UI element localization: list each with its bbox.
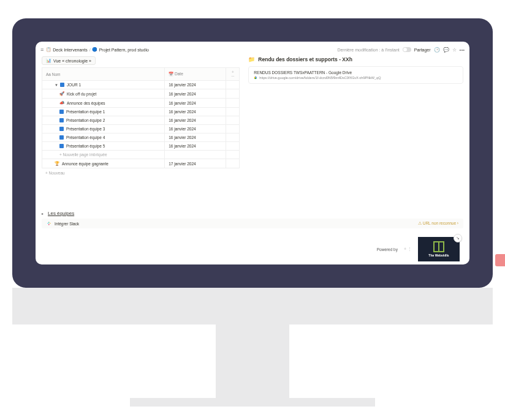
svg-rect-1 bbox=[50, 223, 51, 223]
row-date bbox=[165, 151, 226, 159]
row-date: 16 janvier 2024 bbox=[165, 81, 226, 89]
row-date: 16 janvier 2024 bbox=[165, 142, 226, 151]
page-icon bbox=[59, 135, 64, 140]
webskills-logo[interactable]: The Webskills bbox=[418, 237, 460, 261]
col-header-actions[interactable]: + ··· bbox=[226, 68, 240, 81]
row-emoji-icon: 🏆 bbox=[55, 161, 59, 166]
slack-warning: ⚠ URL non reconnue › bbox=[418, 221, 458, 226]
last-modified-label: Dernière modification : à l'instant bbox=[337, 48, 399, 52]
row-actions bbox=[226, 99, 240, 108]
view-tab-label: Vue « chronologie » bbox=[53, 59, 91, 63]
app-screen: ≡ 📋 Deck Intervenants / 🔵 Projet Pattern… bbox=[36, 42, 469, 264]
breadcrumb-icon-1: 📋 bbox=[46, 47, 51, 52]
table-row[interactable]: Présentation équipe 216 janvier 2024 bbox=[42, 116, 240, 125]
right-panel-title-text: Rendu des dossiers et supports - XXh bbox=[258, 56, 352, 62]
breadcrumb: 📋 Deck Intervenants / 🔵 Projet Pattern, … bbox=[46, 47, 335, 52]
powered-by-label: Powered by bbox=[377, 247, 398, 252]
svg-rect-2 bbox=[48, 222, 49, 223]
webskills-logo-text: The Webskills bbox=[428, 253, 449, 257]
table-row[interactable]: ▼JOUR 116 janvier 2024 bbox=[42, 81, 240, 89]
view-tab[interactable]: 📊 Vue « chronologie » bbox=[42, 56, 96, 65]
row-name-label: Présentation équipe 4 bbox=[66, 135, 105, 140]
svg-rect-0 bbox=[47, 223, 48, 223]
row-date: 16 janvier 2024 bbox=[165, 125, 226, 133]
google-drive-icon bbox=[254, 76, 257, 80]
star-icon[interactable]: ☆ bbox=[452, 47, 457, 53]
row-name-label: Présentation équipe 1 bbox=[66, 110, 105, 114]
row-actions bbox=[226, 89, 240, 99]
left-column: 📊 Vue « chronologie » Aa Nom 📅 Date + ··… bbox=[42, 56, 240, 178]
topbar: ≡ 📋 Deck Intervenants / 🔵 Projet Pattern… bbox=[40, 45, 465, 56]
slack-integration-row[interactable]: Intégrer Slack ⚠ URL non reconnue › bbox=[42, 219, 463, 228]
more-icon[interactable]: ••• bbox=[460, 47, 465, 53]
clock-icon[interactable]: 🕑 bbox=[434, 47, 440, 53]
row-date: 16 janvier 2024 bbox=[165, 133, 226, 142]
monitor-stand bbox=[12, 288, 493, 324]
table-row[interactable]: 📣Annonce des équipes16 janvier 2024 bbox=[42, 99, 240, 108]
row-actions bbox=[226, 159, 240, 168]
page-icon bbox=[59, 127, 64, 131]
comment-icon[interactable]: 💬 bbox=[443, 47, 449, 53]
share-toggle[interactable] bbox=[403, 47, 411, 52]
hamburger-icon[interactable]: ≡ bbox=[40, 47, 44, 53]
col-header-date[interactable]: 📅 Date bbox=[165, 68, 226, 81]
table-row[interactable]: 🚀Kick off du projet16 janvier 2024 bbox=[42, 89, 240, 99]
row-name-label: Présentation équipe 3 bbox=[66, 127, 105, 131]
row-actions bbox=[226, 116, 240, 125]
table-row[interactable]: Présentation équipe 116 janvier 2024 bbox=[42, 108, 240, 116]
chevron-right-icon: ▸ bbox=[42, 211, 44, 216]
folder-icon: 📁 bbox=[248, 56, 255, 62]
row-actions bbox=[226, 125, 240, 133]
row-actions bbox=[226, 81, 240, 89]
teams-section: ▸ Les équipes Intégrer Slack ⚠ URL non r… bbox=[40, 211, 465, 228]
right-column: 📁 Rendu des dossiers et supports - XXh R… bbox=[248, 56, 463, 178]
slack-icon bbox=[47, 221, 51, 226]
row-date: 16 janvier 2024 bbox=[165, 108, 226, 116]
row-name-label: + Nouvelle page imbriquée bbox=[59, 152, 107, 157]
footer-row: Powered by + ⋮ The Webskills bbox=[40, 237, 465, 261]
timeline-table: Aa Nom 📅 Date + ··· ▼JOUR 116 janvier 20… bbox=[42, 67, 240, 168]
row-date: 17 janvier 2024 bbox=[165, 159, 226, 168]
row-emoji-icon: 📣 bbox=[59, 100, 64, 105]
add-row-button[interactable]: + Nouveau bbox=[42, 168, 240, 178]
calendar-icon: 📅 bbox=[169, 72, 173, 76]
breadcrumb-icon-2: 🔵 bbox=[93, 47, 97, 52]
row-name-label: Présentation équipe 5 bbox=[66, 144, 105, 148]
breadcrumb-item-2[interactable]: Projet Pattern, prod studio bbox=[99, 48, 149, 52]
share-button[interactable]: Partager bbox=[414, 48, 431, 52]
page-icon bbox=[60, 83, 64, 87]
drive-link-title: RENDUS DOSSIERS TWSxPAATTERN - Google Dr… bbox=[254, 70, 458, 75]
row-name-label: Présentation équipe 2 bbox=[66, 118, 105, 122]
table-row[interactable]: 🏆Annonce équipe gagnante17 janvier 2024 bbox=[42, 159, 240, 168]
row-date: 16 janvier 2024 bbox=[165, 89, 226, 99]
table-row[interactable]: Présentation équipe 316 janvier 2024 bbox=[42, 125, 240, 133]
page-icon bbox=[59, 144, 64, 148]
drive-link-card[interactable]: RENDUS DOSSIERS TWSxPAATTERN - Google Dr… bbox=[248, 66, 463, 84]
row-actions bbox=[226, 142, 240, 151]
footer-plus-icon[interactable]: + ⋮ bbox=[404, 247, 412, 252]
col-header-name[interactable]: Aa Nom bbox=[42, 68, 165, 81]
breadcrumb-item-1[interactable]: Deck Intervenants bbox=[53, 48, 87, 52]
breadcrumb-separator: / bbox=[89, 48, 91, 52]
chevron-down-icon[interactable]: ▼ bbox=[55, 83, 58, 87]
monitor-frame: ≡ 📋 Deck Intervenants / 🔵 Projet Pattern… bbox=[12, 18, 493, 288]
svg-rect-3 bbox=[48, 224, 49, 225]
row-name-label: Kick off du projet bbox=[67, 92, 96, 96]
teams-heading-label: Les équipes bbox=[48, 211, 74, 216]
view-tab-icon: 📊 bbox=[46, 58, 51, 63]
row-name-label: Annonce des équipes bbox=[67, 101, 105, 105]
floating-action-button[interactable]: ↘ bbox=[454, 234, 462, 242]
pink-side-tab bbox=[495, 254, 505, 266]
row-actions bbox=[226, 133, 240, 142]
topbar-actions: Dernière modification : à l'instant Part… bbox=[337, 47, 465, 53]
table-row[interactable]: Présentation équipe 416 janvier 2024 bbox=[42, 133, 240, 142]
page-icon bbox=[59, 118, 64, 122]
table-row[interactable]: Présentation équipe 516 janvier 2024 bbox=[42, 142, 240, 151]
row-actions bbox=[226, 108, 240, 116]
teams-heading[interactable]: ▸ Les équipes bbox=[42, 211, 463, 216]
right-panel-title: 📁 Rendu des dossiers et supports - XXh bbox=[248, 56, 463, 62]
row-emoji-icon: 🚀 bbox=[59, 91, 64, 96]
main-body: 📊 Vue « chronologie » Aa Nom 📅 Date + ··… bbox=[40, 56, 465, 178]
table-row[interactable]: + Nouvelle page imbriquée bbox=[42, 151, 240, 159]
slack-label: Intégrer Slack bbox=[55, 222, 79, 226]
